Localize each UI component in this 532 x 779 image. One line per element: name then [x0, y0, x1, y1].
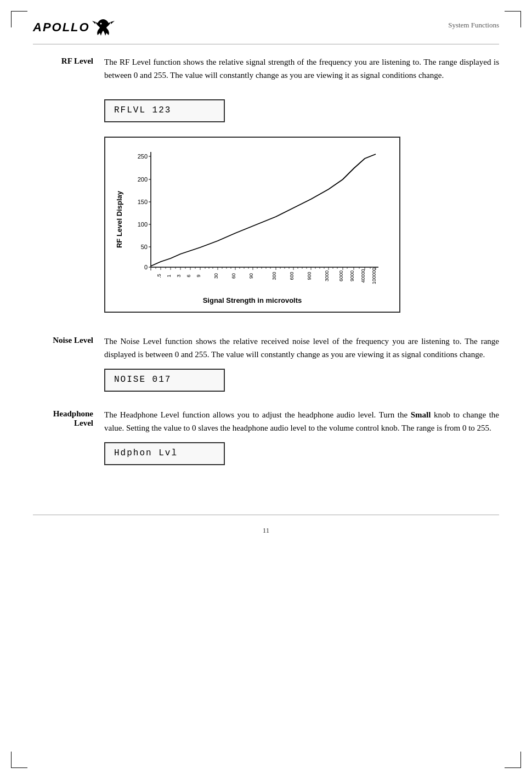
chart-svg-area: 250 200 150 100 50 — [129, 146, 390, 293]
svg-text:30: 30 — [213, 273, 219, 279]
svg-text:900: 900 — [307, 272, 312, 280]
svg-point-0 — [100, 23, 101, 25]
noise-level-text: The Noise Level function shows the relat… — [104, 337, 499, 359]
svg-text:60: 60 — [231, 273, 236, 279]
svg-text:50: 50 — [141, 244, 148, 250]
svg-text:300: 300 — [271, 272, 277, 280]
page-number: 11 — [0, 526, 532, 551]
svg-text:1: 1 — [166, 274, 172, 277]
corner-mark-bottom-left — [11, 752, 27, 768]
rf-level-label: RF Level — [33, 55, 104, 66]
main-content: RF Level The RF Level function shows the… — [0, 44, 532, 509]
headphone-body-bold: Small — [411, 410, 431, 419]
svg-text:9000: 9000 — [349, 270, 355, 281]
svg-text:100: 100 — [137, 221, 147, 228]
noise-level-body: The Noise Level function shows the relat… — [104, 335, 499, 392]
svg-text:9: 9 — [196, 274, 201, 277]
x-axis-label: Signal Strength in microvolts — [114, 295, 390, 307]
section-title: System Functions — [448, 21, 499, 30]
svg-text:100000: 100000 — [371, 268, 377, 284]
svg-text:3: 3 — [176, 274, 182, 277]
rf-level-text: The RF Level function shows the relative… — [104, 58, 499, 80]
rf-curve — [151, 154, 376, 266]
svg-text:40000: 40000 — [360, 269, 366, 283]
svg-text:250: 250 — [137, 153, 147, 160]
footer-divider — [33, 515, 499, 515]
rf-chart-svg: 250 200 150 100 50 — [129, 146, 381, 289]
eagle-icon — [91, 16, 116, 38]
svg-text:0: 0 — [144, 264, 148, 270]
corner-mark-bottom-right — [505, 752, 521, 768]
page-header: APOLLO System Functions — [0, 0, 532, 44]
x-ticks: 0 .5 1 3 6 9 — [129, 267, 377, 289]
noise-level-label: Noise Level — [33, 335, 104, 345]
logo: APOLLO — [33, 16, 116, 38]
rf-level-chart: RF Level Display 250 — [104, 137, 400, 313]
corner-mark-top-left — [11, 11, 27, 27]
y-axis-label: RF Level Display — [114, 191, 126, 248]
headphone-label-line2: Level — [74, 419, 93, 427]
rf-level-body: The RF Level function shows the relative… — [104, 55, 499, 318]
svg-text:6000: 6000 — [338, 270, 344, 281]
svg-text:.5: .5 — [156, 274, 162, 278]
headphone-level-body: The Headphone Level function allows you … — [104, 408, 499, 471]
headphone-lcd: Hdphon Lvl — [104, 442, 225, 465]
svg-text:200: 200 — [137, 176, 147, 183]
headphone-level-label: Headphone Level — [33, 408, 104, 428]
svg-text:90: 90 — [248, 273, 254, 279]
svg-text:3000: 3000 — [324, 270, 330, 281]
noise-lcd: NOISE 017 — [104, 369, 225, 392]
headphone-body-part1: The Headphone Level function allows you … — [104, 410, 411, 419]
headphone-level-section: Headphone Level The Headphone Level func… — [33, 408, 499, 471]
svg-text:6: 6 — [186, 274, 191, 277]
noise-level-section: Noise Level The Noise Level function sho… — [33, 335, 499, 392]
svg-text:150: 150 — [137, 199, 147, 205]
rf-level-section: RF Level The RF Level function shows the… — [33, 55, 499, 318]
logo-text: APOLLO — [33, 20, 90, 35]
rf-level-lcd: RFLVL 123 — [104, 99, 225, 122]
corner-mark-top-right — [505, 11, 521, 27]
headphone-label-line1: Headphone — [53, 409, 93, 418]
svg-text:600: 600 — [289, 272, 295, 280]
